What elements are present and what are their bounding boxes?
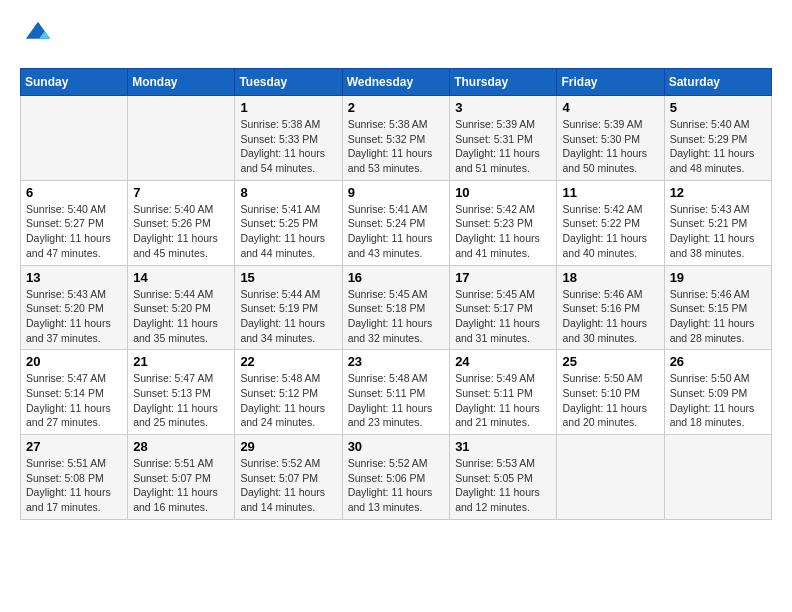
col-header-saturday: Saturday [664, 69, 771, 96]
calendar-cell: 19Sunrise: 5:46 AM Sunset: 5:15 PM Dayli… [664, 265, 771, 350]
day-info: Sunrise: 5:50 AM Sunset: 5:09 PM Dayligh… [670, 371, 766, 430]
calendar-cell: 20Sunrise: 5:47 AM Sunset: 5:14 PM Dayli… [21, 350, 128, 435]
calendar-cell: 7Sunrise: 5:40 AM Sunset: 5:26 PM Daylig… [128, 180, 235, 265]
day-info: Sunrise: 5:45 AM Sunset: 5:17 PM Dayligh… [455, 287, 551, 346]
day-info: Sunrise: 5:47 AM Sunset: 5:14 PM Dayligh… [26, 371, 122, 430]
day-info: Sunrise: 5:53 AM Sunset: 5:05 PM Dayligh… [455, 456, 551, 515]
day-number: 17 [455, 270, 551, 285]
calendar-cell: 21Sunrise: 5:47 AM Sunset: 5:13 PM Dayli… [128, 350, 235, 435]
day-number: 13 [26, 270, 122, 285]
calendar-cell: 26Sunrise: 5:50 AM Sunset: 5:09 PM Dayli… [664, 350, 771, 435]
calendar-cell: 4Sunrise: 5:39 AM Sunset: 5:30 PM Daylig… [557, 96, 664, 181]
calendar-table: SundayMondayTuesdayWednesdayThursdayFrid… [20, 68, 772, 520]
calendar-cell: 16Sunrise: 5:45 AM Sunset: 5:18 PM Dayli… [342, 265, 450, 350]
calendar-cell: 31Sunrise: 5:53 AM Sunset: 5:05 PM Dayli… [450, 435, 557, 520]
day-info: Sunrise: 5:38 AM Sunset: 5:32 PM Dayligh… [348, 117, 445, 176]
calendar-cell [128, 96, 235, 181]
calendar-cell [664, 435, 771, 520]
day-number: 14 [133, 270, 229, 285]
calendar-cell: 15Sunrise: 5:44 AM Sunset: 5:19 PM Dayli… [235, 265, 342, 350]
day-number: 21 [133, 354, 229, 369]
day-info: Sunrise: 5:46 AM Sunset: 5:16 PM Dayligh… [562, 287, 658, 346]
calendar-cell [21, 96, 128, 181]
day-info: Sunrise: 5:48 AM Sunset: 5:11 PM Dayligh… [348, 371, 445, 430]
day-number: 24 [455, 354, 551, 369]
day-info: Sunrise: 5:43 AM Sunset: 5:21 PM Dayligh… [670, 202, 766, 261]
day-number: 4 [562, 100, 658, 115]
day-info: Sunrise: 5:50 AM Sunset: 5:10 PM Dayligh… [562, 371, 658, 430]
day-number: 9 [348, 185, 445, 200]
calendar-cell: 18Sunrise: 5:46 AM Sunset: 5:16 PM Dayli… [557, 265, 664, 350]
col-header-monday: Monday [128, 69, 235, 96]
day-number: 1 [240, 100, 336, 115]
calendar-cell: 28Sunrise: 5:51 AM Sunset: 5:07 PM Dayli… [128, 435, 235, 520]
day-info: Sunrise: 5:39 AM Sunset: 5:30 PM Dayligh… [562, 117, 658, 176]
day-number: 15 [240, 270, 336, 285]
day-info: Sunrise: 5:47 AM Sunset: 5:13 PM Dayligh… [133, 371, 229, 430]
day-number: 10 [455, 185, 551, 200]
day-info: Sunrise: 5:49 AM Sunset: 5:11 PM Dayligh… [455, 371, 551, 430]
day-info: Sunrise: 5:52 AM Sunset: 5:07 PM Dayligh… [240, 456, 336, 515]
calendar-cell: 12Sunrise: 5:43 AM Sunset: 5:21 PM Dayli… [664, 180, 771, 265]
day-info: Sunrise: 5:51 AM Sunset: 5:07 PM Dayligh… [133, 456, 229, 515]
day-number: 22 [240, 354, 336, 369]
day-info: Sunrise: 5:42 AM Sunset: 5:23 PM Dayligh… [455, 202, 551, 261]
day-number: 25 [562, 354, 658, 369]
day-info: Sunrise: 5:43 AM Sunset: 5:20 PM Dayligh… [26, 287, 122, 346]
day-info: Sunrise: 5:40 AM Sunset: 5:26 PM Dayligh… [133, 202, 229, 261]
day-info: Sunrise: 5:38 AM Sunset: 5:33 PM Dayligh… [240, 117, 336, 176]
col-header-tuesday: Tuesday [235, 69, 342, 96]
day-info: Sunrise: 5:51 AM Sunset: 5:08 PM Dayligh… [26, 456, 122, 515]
logo [20, 20, 52, 52]
calendar-cell: 27Sunrise: 5:51 AM Sunset: 5:08 PM Dayli… [21, 435, 128, 520]
calendar-cell: 10Sunrise: 5:42 AM Sunset: 5:23 PM Dayli… [450, 180, 557, 265]
day-number: 8 [240, 185, 336, 200]
col-header-wednesday: Wednesday [342, 69, 450, 96]
calendar-cell [557, 435, 664, 520]
day-number: 26 [670, 354, 766, 369]
day-number: 11 [562, 185, 658, 200]
col-header-sunday: Sunday [21, 69, 128, 96]
page-header [20, 20, 772, 52]
day-info: Sunrise: 5:46 AM Sunset: 5:15 PM Dayligh… [670, 287, 766, 346]
day-info: Sunrise: 5:42 AM Sunset: 5:22 PM Dayligh… [562, 202, 658, 261]
calendar-cell: 8Sunrise: 5:41 AM Sunset: 5:25 PM Daylig… [235, 180, 342, 265]
day-number: 16 [348, 270, 445, 285]
calendar-cell: 14Sunrise: 5:44 AM Sunset: 5:20 PM Dayli… [128, 265, 235, 350]
day-number: 2 [348, 100, 445, 115]
day-number: 20 [26, 354, 122, 369]
day-number: 12 [670, 185, 766, 200]
calendar-cell: 25Sunrise: 5:50 AM Sunset: 5:10 PM Dayli… [557, 350, 664, 435]
day-info: Sunrise: 5:41 AM Sunset: 5:24 PM Dayligh… [348, 202, 445, 261]
calendar-cell: 3Sunrise: 5:39 AM Sunset: 5:31 PM Daylig… [450, 96, 557, 181]
calendar-cell: 29Sunrise: 5:52 AM Sunset: 5:07 PM Dayli… [235, 435, 342, 520]
calendar-cell: 5Sunrise: 5:40 AM Sunset: 5:29 PM Daylig… [664, 96, 771, 181]
day-info: Sunrise: 5:52 AM Sunset: 5:06 PM Dayligh… [348, 456, 445, 515]
day-number: 19 [670, 270, 766, 285]
day-info: Sunrise: 5:40 AM Sunset: 5:29 PM Dayligh… [670, 117, 766, 176]
day-number: 23 [348, 354, 445, 369]
calendar-cell: 17Sunrise: 5:45 AM Sunset: 5:17 PM Dayli… [450, 265, 557, 350]
calendar-cell: 11Sunrise: 5:42 AM Sunset: 5:22 PM Dayli… [557, 180, 664, 265]
logo-icon [24, 20, 52, 48]
day-number: 7 [133, 185, 229, 200]
calendar-cell: 22Sunrise: 5:48 AM Sunset: 5:12 PM Dayli… [235, 350, 342, 435]
calendar-cell: 30Sunrise: 5:52 AM Sunset: 5:06 PM Dayli… [342, 435, 450, 520]
day-number: 6 [26, 185, 122, 200]
day-info: Sunrise: 5:44 AM Sunset: 5:19 PM Dayligh… [240, 287, 336, 346]
day-number: 28 [133, 439, 229, 454]
calendar-cell: 9Sunrise: 5:41 AM Sunset: 5:24 PM Daylig… [342, 180, 450, 265]
calendar-cell: 6Sunrise: 5:40 AM Sunset: 5:27 PM Daylig… [21, 180, 128, 265]
day-info: Sunrise: 5:44 AM Sunset: 5:20 PM Dayligh… [133, 287, 229, 346]
calendar-cell: 24Sunrise: 5:49 AM Sunset: 5:11 PM Dayli… [450, 350, 557, 435]
day-info: Sunrise: 5:48 AM Sunset: 5:12 PM Dayligh… [240, 371, 336, 430]
day-info: Sunrise: 5:45 AM Sunset: 5:18 PM Dayligh… [348, 287, 445, 346]
day-info: Sunrise: 5:41 AM Sunset: 5:25 PM Dayligh… [240, 202, 336, 261]
day-info: Sunrise: 5:40 AM Sunset: 5:27 PM Dayligh… [26, 202, 122, 261]
day-number: 5 [670, 100, 766, 115]
day-number: 18 [562, 270, 658, 285]
col-header-friday: Friday [557, 69, 664, 96]
day-number: 31 [455, 439, 551, 454]
calendar-cell: 23Sunrise: 5:48 AM Sunset: 5:11 PM Dayli… [342, 350, 450, 435]
calendar-cell: 1Sunrise: 5:38 AM Sunset: 5:33 PM Daylig… [235, 96, 342, 181]
